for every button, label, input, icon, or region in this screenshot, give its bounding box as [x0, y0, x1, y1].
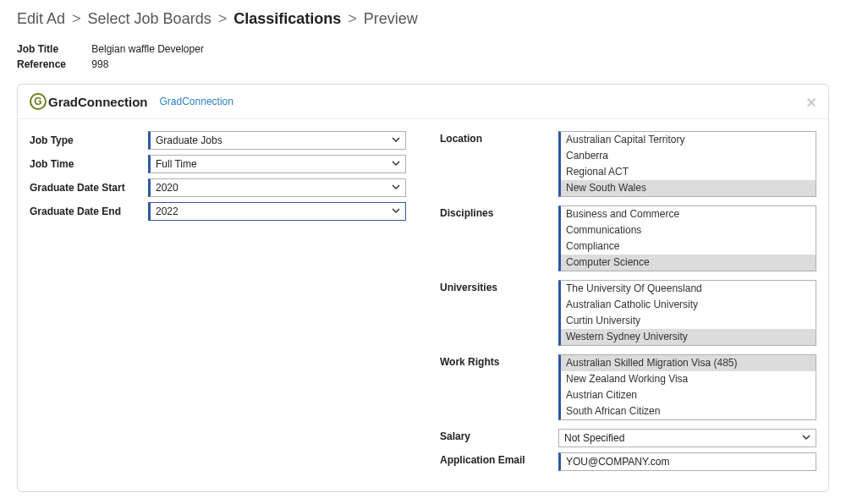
list-item[interactable]: Austrian Citizen — [561, 387, 816, 403]
work-rights-label: Work Rights — [440, 354, 558, 420]
graduate-date-start-label: Graduate Date Start — [30, 182, 148, 194]
list-item[interactable]: Curtin University — [561, 313, 816, 329]
salary-label: Salary — [440, 429, 558, 447]
graduate-date-end-select[interactable]: 2022 — [148, 202, 406, 221]
breadcrumb-separator: > — [348, 10, 357, 28]
work-rights-listbox[interactable]: Australian Skilled Migration Visa (485) … — [558, 354, 816, 420]
logo-badge-icon: G — [30, 93, 47, 110]
application-email-input[interactable]: YOU@COMPANY.com — [558, 452, 816, 471]
list-item[interactable]: Communications — [561, 222, 816, 238]
location-label: Location — [440, 131, 558, 197]
list-item[interactable]: The University Of Queensland — [561, 281, 816, 297]
chevron-down-icon — [392, 158, 400, 170]
logo-text: GradConnection — [48, 95, 148, 109]
job-type-value: Graduate Jobs — [156, 134, 222, 146]
breadcrumb-item-edit-ad[interactable]: Edit Ad — [17, 10, 65, 28]
salary-value: Not Specified — [564, 432, 624, 444]
application-email-value: YOU@COMPANY.com — [566, 456, 669, 468]
list-item[interactable]: New Zealand Working Visa — [561, 371, 816, 387]
universities-listbox[interactable]: The University Of Queensland Australian … — [558, 280, 816, 346]
list-item[interactable]: Regional ACT — [561, 164, 816, 180]
reference-label: Reference — [17, 58, 89, 70]
job-type-select[interactable]: Graduate Jobs — [148, 131, 406, 150]
list-item[interactable]: Western Sydney University — [561, 329, 816, 345]
chevron-down-icon — [392, 134, 400, 146]
list-item[interactable]: Computer Science — [561, 255, 816, 271]
classification-panel: G GradConnection GradConnection × Job Ty… — [17, 84, 829, 492]
chevron-down-icon — [392, 205, 400, 217]
job-title-value: Belgian waffle Developer — [91, 43, 204, 55]
list-item[interactable]: Compliance — [561, 238, 816, 255]
job-title-label: Job Title — [17, 43, 89, 55]
breadcrumb-separator: > — [218, 10, 228, 28]
reference-value: 998 — [91, 58, 108, 70]
right-column: Location Australian Capital Territory Ca… — [440, 131, 816, 476]
panel-header: G GradConnection GradConnection × — [18, 85, 828, 119]
breadcrumb: Edit Ad > Select Job Boards > Classifica… — [17, 10, 829, 28]
chevron-down-icon — [802, 432, 810, 444]
job-time-select[interactable]: Full Time — [148, 155, 406, 173]
location-listbox[interactable]: Australian Capital Territory Canberra Re… — [558, 131, 816, 197]
list-item[interactable]: South African Citizen — [561, 403, 816, 419]
salary-select[interactable]: Not Specified — [558, 429, 816, 447]
graduate-date-end-label: Graduate Date End — [30, 205, 148, 217]
breadcrumb-item-select-job-boards[interactable]: Select Job Boards — [88, 10, 212, 28]
job-time-value: Full Time — [156, 158, 197, 170]
application-email-label: Application Email — [440, 452, 558, 471]
graduate-date-end-value: 2022 — [156, 205, 179, 217]
graduate-date-start-value: 2020 — [156, 182, 179, 194]
disciplines-listbox[interactable]: Business and Commerce Communications Com… — [558, 205, 816, 271]
job-type-label: Job Type — [30, 134, 148, 146]
list-item[interactable]: Australian Catholic University — [561, 297, 816, 313]
close-icon[interactable]: × — [806, 93, 816, 112]
job-meta: Job Title Belgian waffle Developer Refer… — [17, 43, 829, 70]
list-item[interactable]: Australian Skilled Migration Visa (485) — [561, 355, 816, 371]
gradconnection-logo: G GradConnection — [30, 93, 148, 110]
chevron-down-icon — [392, 182, 400, 194]
list-item[interactable]: Business and Commerce — [561, 206, 816, 222]
job-time-label: Job Time — [30, 158, 148, 170]
breadcrumb-separator: > — [72, 10, 81, 28]
breadcrumb-item-preview[interactable]: Preview — [364, 10, 418, 28]
universities-label: Universities — [440, 280, 558, 346]
gradconnection-link[interactable]: GradConnection — [160, 96, 233, 107]
graduate-date-start-select[interactable]: 2020 — [148, 178, 406, 197]
list-item[interactable]: Canberra — [561, 148, 816, 164]
list-item[interactable]: Australian Capital Territory — [561, 132, 816, 148]
breadcrumb-item-classifications[interactable]: Classifications — [233, 10, 341, 28]
left-column: Job Type Graduate Jobs Job Time Full Tim… — [30, 131, 406, 476]
disciplines-label: Disciplines — [440, 205, 558, 271]
list-item[interactable]: New South Wales — [561, 180, 816, 196]
